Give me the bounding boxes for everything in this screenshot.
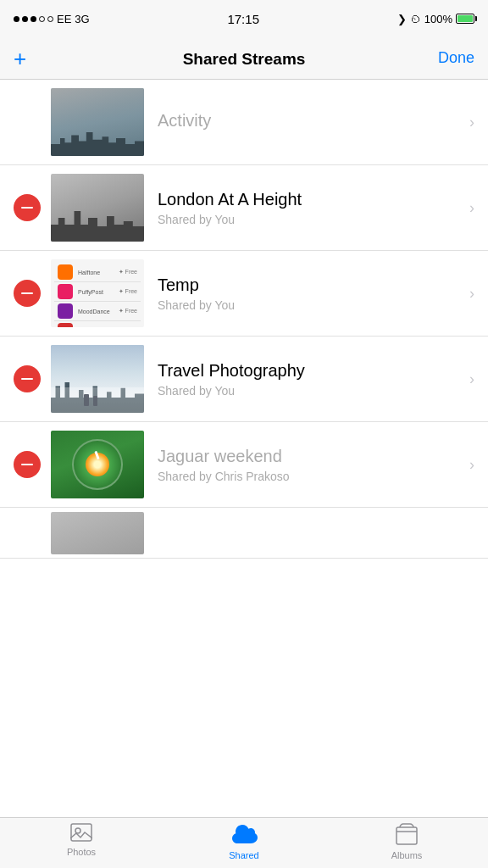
stream-name-london: London At A Height xyxy=(158,190,463,209)
tab-albums-label: Albums xyxy=(391,850,423,860)
shared-cloud-icon xyxy=(230,823,258,849)
app-icon-halftone xyxy=(58,264,73,280)
stream-item-jaguar[interactable]: Jaguar weekend Shared by Chris Prakoso › xyxy=(0,422,488,508)
app-free-1: ✦ Free xyxy=(119,269,137,275)
app-name-3: MoodDance xyxy=(76,309,115,314)
stream-item-travel[interactable]: Travel Photography Shared by You › xyxy=(0,337,488,422)
stream-info-temp: Temp Shared by You xyxy=(158,275,463,312)
status-bar: EE 3G 17:15 ❯ ⏲ 100% xyxy=(0,0,488,37)
photos-icon xyxy=(70,823,92,845)
stream-thumb-travel xyxy=(51,345,144,413)
signal-dot-3 xyxy=(30,16,36,22)
app-name-2: PuffyPost xyxy=(76,289,115,295)
stream-name-activity: Activity xyxy=(158,111,463,131)
battery-container xyxy=(456,14,474,24)
stream-name-travel: Travel Photography xyxy=(158,361,463,381)
chevron-icon-london: › xyxy=(469,199,474,217)
svg-rect-0 xyxy=(71,824,92,841)
chevron-icon-jaguar: › xyxy=(469,456,474,474)
stream-name-temp: Temp xyxy=(158,275,463,295)
chevron-icon-temp: › xyxy=(469,285,474,303)
signal-dot-1 xyxy=(14,16,19,22)
stream-sub-jaguar: Shared by Chris Prakoso xyxy=(158,470,463,483)
app-icon-vector xyxy=(58,323,73,327)
page-title: Shared Streams xyxy=(183,50,306,69)
stream-thumb-partial xyxy=(51,512,144,554)
stream-sub-temp: Shared by You xyxy=(158,298,463,312)
stream-thumb-activity xyxy=(51,88,144,156)
app-row-3: MoodDance ✦ Free xyxy=(54,302,141,321)
signal-dots xyxy=(14,16,53,22)
alarm-icon: ⏲ xyxy=(410,13,421,25)
stream-info-travel: Travel Photography Shared by You xyxy=(158,361,463,398)
delete-button-jaguar[interactable] xyxy=(14,451,41,478)
stream-name-jaguar: Jaguar weekend xyxy=(158,447,463,466)
app-icon-mooddance xyxy=(58,303,73,319)
stream-info-jaguar: Jaguar weekend Shared by Chris Prakoso xyxy=(158,447,463,483)
stream-thumb-temp: Halftone ✦ Free PuffyPost ✦ Free MoodDan… xyxy=(51,259,144,327)
stream-item-london[interactable]: London At A Height Shared by You › xyxy=(0,165,488,251)
battery-fill xyxy=(458,15,473,22)
svg-rect-2 xyxy=(396,827,417,844)
delete-button-temp[interactable] xyxy=(14,280,41,307)
done-button[interactable]: Done xyxy=(438,49,474,67)
app-row-4: Vector Illust. ✦ Free xyxy=(54,321,141,327)
tab-photos-label: Photos xyxy=(67,847,96,857)
signal-dot-4 xyxy=(39,16,45,22)
app-icon-puffuppost xyxy=(58,284,73,299)
status-left: EE 3G xyxy=(14,13,90,25)
signal-dot-5 xyxy=(47,16,53,22)
app-free-3: ✦ Free xyxy=(119,308,137,314)
chevron-icon-travel: › xyxy=(469,370,474,388)
delete-button-travel[interactable] xyxy=(14,365,41,392)
tab-shared-label: Shared xyxy=(229,850,258,860)
stream-thumb-jaguar xyxy=(51,431,144,498)
app-name-1: Halftone xyxy=(76,270,115,275)
stream-thumb-london xyxy=(51,174,144,242)
albums-icon xyxy=(396,823,418,849)
location-icon: ❯ xyxy=(397,13,407,25)
nav-bar: + Shared Streams Done xyxy=(0,37,488,80)
app-row-1: Halftone ✦ Free xyxy=(54,263,141,282)
battery-percent: 100% xyxy=(424,13,452,25)
chevron-icon-activity: › xyxy=(469,114,474,131)
tab-photos[interactable]: Photos xyxy=(0,823,163,857)
stream-item-activity[interactable]: Activity › xyxy=(0,80,488,165)
network-label: 3G xyxy=(75,13,89,25)
stream-sub-travel: Shared by You xyxy=(158,384,463,398)
stream-info-london: London At A Height Shared by You xyxy=(158,190,463,226)
signal-dot-2 xyxy=(22,16,28,22)
status-right: ❯ ⏲ 100% xyxy=(397,13,474,25)
app-free-2: ✦ Free xyxy=(119,288,137,295)
tab-albums[interactable]: Albums xyxy=(325,823,488,860)
stream-list: Activity › London At A Height Shared by … xyxy=(0,80,488,817)
delete-button-london[interactable] xyxy=(14,194,41,221)
stream-item-temp[interactable]: Halftone ✦ Free PuffyPost ✦ Free MoodDan… xyxy=(0,251,488,337)
battery-icon xyxy=(456,14,474,24)
status-time: 17:15 xyxy=(227,12,259,26)
add-stream-button[interactable]: + xyxy=(14,47,26,70)
tab-shared[interactable]: Shared xyxy=(163,823,325,860)
app-row-2: PuffyPost ✦ Free xyxy=(54,282,141,302)
carrier-label: EE xyxy=(57,13,71,25)
stream-info-activity: Activity xyxy=(158,111,463,134)
tab-bar: Photos Shared Albums xyxy=(0,817,488,868)
stream-sub-london: Shared by You xyxy=(158,213,463,226)
stream-item-partial[interactable] xyxy=(0,508,488,559)
